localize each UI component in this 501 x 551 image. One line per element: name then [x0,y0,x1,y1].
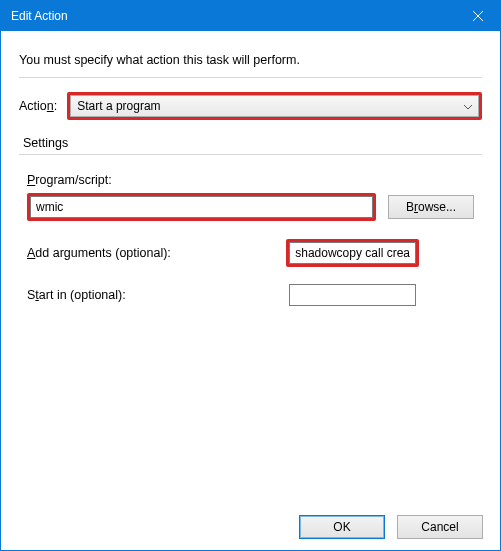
arguments-label: Add arguments (optional): [27,246,286,260]
ok-button[interactable]: OK [299,515,385,539]
close-button[interactable] [455,1,500,31]
action-dropdown[interactable]: Start a program [70,95,479,117]
action-highlight: Start a program [67,92,482,120]
browse-button[interactable]: Browse... [388,195,474,219]
startin-label: Start in (optional): [27,288,286,302]
action-label: Action: [19,99,59,113]
instruction-text: You must specify what action this task w… [19,45,482,77]
program-label: Program/script: [27,173,474,187]
startin-input[interactable] [289,284,416,306]
arguments-highlight [286,239,419,267]
program-input[interactable] [30,196,373,218]
chevron-down-icon [464,99,472,113]
action-row: Action: Start a program [19,92,482,120]
settings-legend: Settings [19,136,482,150]
cancel-button[interactable]: Cancel [397,515,483,539]
dialog-footer: OK Cancel [299,515,483,539]
program-highlight [27,193,376,221]
titlebar: Edit Action [1,1,500,31]
action-selected-value: Start a program [77,99,160,113]
settings-box: Program/script: Browse... Add arguments … [19,154,482,474]
arguments-row: Add arguments (optional): [27,239,474,267]
close-icon [473,11,483,21]
window-title: Edit Action [11,9,455,23]
settings-fieldset: Settings Program/script: Browse... Add a… [19,136,482,474]
dialog-content: You must specify what action this task w… [1,31,500,474]
startin-row: Start in (optional): [27,281,474,309]
arguments-input[interactable] [289,242,416,264]
program-row: Browse... [27,193,474,221]
divider [19,77,482,78]
